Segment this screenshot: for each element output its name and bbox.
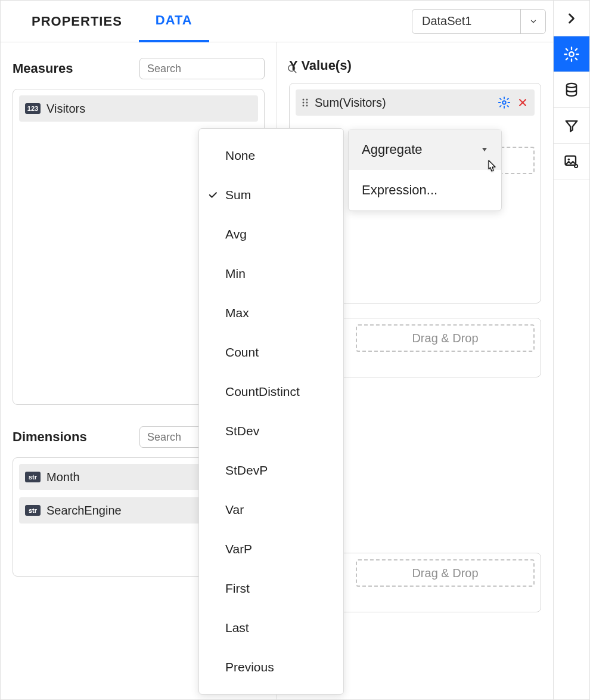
- submenu-indicator-icon: [481, 146, 488, 153]
- svg-point-11: [569, 52, 573, 56]
- svg-point-12: [567, 83, 576, 87]
- database-icon: [563, 82, 580, 98]
- tab-properties[interactable]: PROPERTIES: [15, 1, 139, 42]
- tab-data[interactable]: DATA: [139, 1, 209, 42]
- aggregate-option-label: StDev: [225, 424, 259, 438]
- aggregate-submenu: NoneSumAvgMinMaxCountCountDistinctStDevS…: [198, 128, 344, 695]
- svg-point-9: [306, 105, 308, 107]
- yvalue-item[interactable]: Sum(Visitors): [296, 89, 535, 116]
- dataset-select-label: DataSet1: [412, 14, 520, 28]
- aggregate-option[interactable]: Previous: [199, 648, 343, 687]
- menu-item-label: Aggregate: [362, 142, 423, 157]
- aggregate-option-label: Max: [225, 306, 249, 320]
- row-dropzone-2[interactable]: Drag & Drop: [356, 559, 535, 587]
- aggregate-option[interactable]: StDevP: [199, 451, 343, 490]
- chevron-down-icon: [529, 17, 538, 26]
- aggregate-option-label: CountDistinct: [225, 385, 300, 399]
- aggregate-option[interactable]: None: [199, 136, 343, 175]
- svg-point-5: [306, 99, 308, 101]
- gear-icon: [563, 46, 580, 63]
- aggregate-option-label: Count: [225, 345, 259, 360]
- aggregate-option[interactable]: VarP: [199, 529, 343, 569]
- aggregate-option[interactable]: First: [199, 569, 343, 608]
- numeric-type-badge: 123: [25, 103, 41, 114]
- svg-point-15: [575, 165, 577, 168]
- right-sidebar: [554, 1, 589, 699]
- aggregate-option-label: VarP: [225, 542, 252, 556]
- aggregate-option-label: Avg: [225, 227, 247, 241]
- yvalue-settings-button[interactable]: [498, 96, 511, 109]
- sidebar-item-settings[interactable]: [554, 36, 589, 72]
- svg-point-10: [502, 101, 506, 104]
- aggregate-option[interactable]: Sum: [199, 175, 343, 215]
- aggregate-option-label: Min: [225, 267, 246, 281]
- aggregate-option[interactable]: Max: [199, 293, 343, 333]
- chevron-right-icon: [563, 10, 580, 27]
- yvalue-settings-menu: AggregateExpression...: [348, 129, 502, 211]
- svg-point-6: [303, 102, 305, 104]
- svg-point-7: [306, 102, 308, 104]
- string-type-badge: str: [25, 505, 41, 516]
- aggregate-option[interactable]: Var: [199, 490, 343, 529]
- svg-point-8: [303, 105, 305, 107]
- drag-handle-icon[interactable]: [302, 98, 309, 107]
- topbar: PROPERTIES DATA DataSet1: [1, 1, 553, 42]
- aggregate-option[interactable]: CountDistinct: [199, 372, 343, 411]
- aggregate-option[interactable]: StDev: [199, 411, 343, 451]
- aggregate-option-label: Last: [225, 621, 249, 635]
- filter-icon: [563, 117, 580, 134]
- measures-title: Measures: [13, 61, 73, 76]
- row-dropzone[interactable]: Drag & Drop: [356, 324, 535, 352]
- menu-item-aggregate[interactable]: Aggregate: [349, 129, 501, 170]
- aggregate-option[interactable]: Last: [199, 608, 343, 648]
- aggregate-option-label: First: [225, 581, 250, 596]
- aggregate-option-label: StDevP: [225, 463, 268, 478]
- measures-search[interactable]: [139, 58, 265, 79]
- aggregate-option[interactable]: Count: [199, 333, 343, 372]
- aggregate-option[interactable]: Min: [199, 254, 343, 293]
- yvalues-title: Y Value(s): [289, 58, 352, 73]
- aggregate-option-label: None: [225, 148, 255, 163]
- string-type-badge: str: [25, 472, 41, 482]
- aggregate-option-label: Var: [225, 503, 244, 517]
- image-settings-icon: [563, 153, 580, 170]
- aggregate-option-label: Sum: [225, 188, 251, 202]
- aggregate-option-label: Previous: [225, 660, 274, 674]
- dataset-select[interactable]: DataSet1: [412, 9, 546, 34]
- aggregate-option[interactable]: Avg: [199, 215, 343, 254]
- measure-label: Visitors: [46, 102, 252, 116]
- menu-item-label: Expression...: [362, 182, 437, 198]
- measure-item[interactable]: 123Visitors: [19, 95, 258, 122]
- sidebar-item-filter[interactable]: [554, 108, 589, 144]
- menu-item-expression[interactable]: Expression...: [349, 170, 501, 210]
- measures-search-input[interactable]: [146, 62, 287, 76]
- sidebar-item-data[interactable]: [554, 72, 589, 108]
- sidebar-collapse-button[interactable]: [554, 1, 589, 36]
- dimensions-title: Dimensions: [13, 429, 87, 445]
- svg-point-4: [303, 99, 305, 101]
- sidebar-item-image[interactable]: [554, 144, 589, 179]
- dataset-select-dropdown-button[interactable]: [520, 10, 545, 33]
- yvalue-remove-button[interactable]: [517, 97, 529, 109]
- svg-point-14: [568, 158, 570, 160]
- check-icon: [207, 190, 218, 200]
- yvalue-label: Sum(Visitors): [315, 96, 498, 110]
